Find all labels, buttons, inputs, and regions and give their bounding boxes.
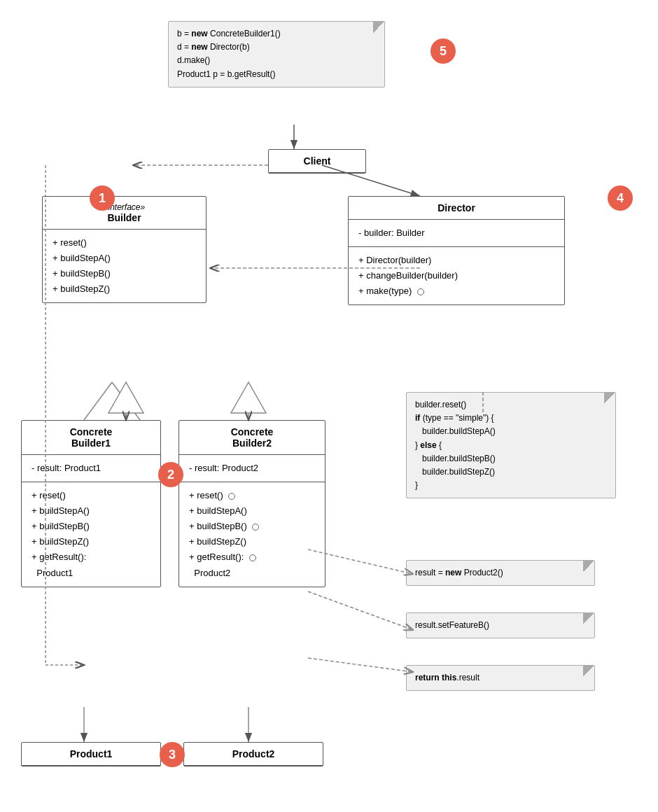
builder-method-2: + buildStepA() (52, 251, 196, 266)
director-method-2: + changeBuilder(builder) (358, 268, 554, 284)
make-note-line3: builder.buildStepA() (415, 426, 496, 436)
make-dot (417, 288, 424, 295)
badge-4: 4 (608, 186, 633, 211)
cb2-methods: + reset() + buildStepA() + buildStepB() … (179, 482, 325, 587)
cb2-method-2: + buildStepA() (189, 503, 315, 519)
director-title: Director (438, 202, 475, 214)
getresult-note-text: return this.result (415, 673, 479, 682)
reset-note-text: result = new Product2() (415, 568, 503, 578)
cb1-method-4: + buildStepZ() (31, 534, 150, 550)
client-note-box: b = new ConcreteBuilder1() d = new Direc… (168, 21, 385, 88)
cb2-title: ConcreteBuilder2 (188, 426, 316, 449)
cb1-field-1: - result: Product1 (31, 461, 150, 476)
reset-dot (228, 493, 235, 500)
cb1-header: ConcreteBuilder1 (22, 421, 160, 455)
builder-box: «interface» Builder + reset() + buildSte… (42, 196, 206, 303)
note-client-line1: b = new ConcreteBuilder1() (177, 29, 281, 38)
director-box-header: Director (349, 197, 564, 220)
reset-note-box: result = new Product2() (406, 560, 595, 586)
cb2-field-1: - result: Product2 (189, 461, 315, 476)
cb1-fields: - result: Product1 (22, 455, 160, 482)
badge-5: 5 (430, 38, 456, 64)
product1-box: Product1 (21, 742, 161, 766)
cb2-fields: - result: Product2 (179, 455, 325, 482)
make-note-line2: if (type == "simple") { (415, 413, 494, 423)
cb1-title: ConcreteBuilder1 (30, 426, 152, 449)
builder-box-header: «interface» Builder (43, 197, 206, 230)
make-note-line4: } else { (415, 440, 442, 450)
getresult-dot (249, 554, 256, 561)
cb1-method-5b: Product1 (31, 566, 150, 581)
director-methods: + Director(builder) + changeBuilder(buil… (349, 247, 564, 304)
note-client-line2: d = new Director(b) (177, 42, 250, 52)
svg-marker-7 (108, 382, 144, 413)
svg-line-17 (308, 592, 413, 630)
badge-2: 2 (158, 462, 183, 487)
make-note-line7: } (415, 480, 418, 490)
cb2-method-5: + getResult(): (189, 550, 315, 565)
product2-header: Product2 (184, 743, 323, 766)
builder-method-1: + reset() (52, 235, 196, 251)
cb1-method-1: + reset() (31, 488, 150, 503)
director-fields: - builder: Builder (349, 220, 564, 247)
make-note-line5: builder.buildStepB() (415, 454, 496, 463)
cb2-method-4: + buildStepZ() (189, 534, 315, 550)
stepb-note-box: result.setFeatureB() (406, 612, 595, 638)
svg-marker-9 (231, 382, 266, 413)
builder-title: Builder (51, 212, 197, 223)
cb1-method-2: + buildStepA() (31, 503, 150, 519)
client-title: Client (304, 155, 331, 167)
stepb-dot (252, 524, 259, 531)
director-box: Director - builder: Builder + Director(b… (348, 196, 565, 305)
client-box-header: Client (269, 150, 365, 173)
badge-3: 3 (160, 742, 185, 767)
concrete-builder2-box: ConcreteBuilder2 - result: Product2 + re… (178, 420, 326, 587)
badge-1: 1 (90, 186, 115, 211)
builder-stereotype: «interface» (51, 202, 197, 212)
svg-line-4 (84, 382, 112, 420)
cb2-method-3: + buildStepB() (189, 519, 315, 534)
make-note-box: builder.reset() if (type == "simple") { … (406, 392, 616, 498)
director-field-1: - builder: Builder (358, 225, 554, 241)
director-method-3: + make(type) (358, 284, 554, 299)
product2-title: Product2 (232, 748, 275, 760)
client-box: Client (268, 149, 366, 174)
cb2-header: ConcreteBuilder2 (179, 421, 325, 455)
note-client-line3: d.make() (177, 55, 210, 65)
product2-box: Product2 (183, 742, 323, 766)
builder-method-4: + buildStepZ() (52, 281, 196, 297)
diagram-container: b = new ConcreteBuilder1() d = new Direc… (0, 0, 658, 812)
builder-methods: + reset() + buildStepA() + buildStepB() … (43, 230, 206, 302)
cb1-method-3: + buildStepB() (31, 519, 150, 534)
svg-line-5 (112, 382, 140, 420)
cb2-method-1: + reset() (189, 488, 315, 503)
getresult-note-box: return this.result (406, 665, 595, 691)
make-note-line6: builder.buildStepZ() (415, 467, 495, 477)
note-client-line4: Product1 p = b.getResult() (177, 69, 275, 79)
svg-line-18 (308, 658, 413, 672)
concrete-builder1-box: ConcreteBuilder1 - result: Product1 + re… (21, 420, 161, 587)
director-method-1: + Director(builder) (358, 253, 554, 268)
cb1-methods: + reset() + buildStepA() + buildStepB() … (22, 482, 160, 587)
product1-title: Product1 (70, 748, 113, 760)
stepb-note-text: result.setFeatureB() (415, 620, 489, 630)
product1-header: Product1 (22, 743, 160, 766)
cb1-method-5: + getResult(): (31, 550, 150, 565)
make-note-line1: builder.reset() (415, 400, 466, 410)
builder-method-3: + buildStepB() (52, 266, 196, 281)
cb2-method-5b: Product2 (189, 566, 315, 581)
